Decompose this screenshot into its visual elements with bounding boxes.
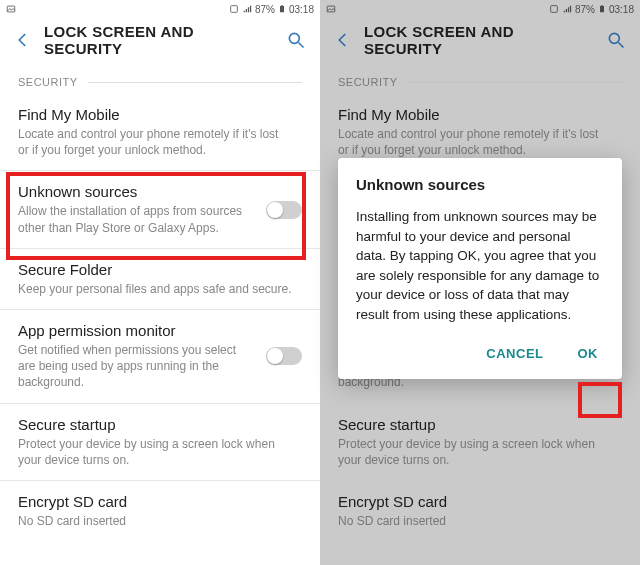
svg-rect-6 <box>551 6 558 13</box>
image-icon <box>6 4 16 14</box>
header-bar: LOCK SCREEN AND SECURITY <box>0 18 320 62</box>
row-unknown-sources[interactable]: Unknown sources Allow the installation o… <box>0 171 320 248</box>
unknown-sources-dialog: Unknown sources Installing from unknown … <box>338 158 622 379</box>
page-title: LOCK SCREEN AND SECURITY <box>364 23 594 57</box>
row-subtitle: Allow the installation of apps from sour… <box>18 203 256 235</box>
ok-button[interactable]: OK <box>572 338 605 369</box>
row-subtitle: Get notified when permissions you select… <box>18 342 256 391</box>
row-subtitle: Protect your device by using a screen lo… <box>18 436 292 468</box>
svg-rect-2 <box>280 6 284 12</box>
search-icon[interactable] <box>286 30 306 50</box>
row-title: Unknown sources <box>18 183 256 200</box>
battery-percent: 87% <box>255 4 275 15</box>
row-encrypt-sd[interactable]: Encrypt SD card No SD card inserted <box>0 481 320 541</box>
row-title: Secure Folder <box>18 261 292 278</box>
dialog-body: Installing from unknown sources may be h… <box>356 207 604 324</box>
nfc-icon <box>229 4 239 14</box>
svg-rect-7 <box>600 6 604 12</box>
signal-icon <box>562 4 572 14</box>
row-subtitle: Protect your device by using a screen lo… <box>338 436 612 468</box>
nfc-icon <box>549 4 559 14</box>
row-secure-startup[interactable]: Secure startup Protect your device by us… <box>0 404 320 481</box>
dialog-actions: CANCEL OK <box>356 338 604 369</box>
settings-list: Find My Mobile Locate and control your p… <box>0 94 320 541</box>
row-secure-startup[interactable]: Secure startup Protect your device by us… <box>320 404 640 481</box>
svg-rect-1 <box>231 6 238 13</box>
svg-point-4 <box>289 33 299 43</box>
svg-rect-3 <box>281 5 283 6</box>
search-icon[interactable] <box>606 30 626 50</box>
row-title: Encrypt SD card <box>338 493 612 510</box>
row-title: Find My Mobile <box>338 106 612 123</box>
back-icon[interactable] <box>334 31 352 49</box>
row-title: Encrypt SD card <box>18 493 292 510</box>
phone-screen-right: 87% 03:18 LOCK SCREEN AND SECURITY SECUR… <box>320 0 640 565</box>
section-label-text: SECURITY <box>338 76 398 88</box>
dialog-title: Unknown sources <box>356 176 604 193</box>
svg-point-9 <box>609 33 619 43</box>
cancel-button[interactable]: CANCEL <box>480 338 549 369</box>
battery-icon <box>598 3 606 15</box>
section-label-text: SECURITY <box>18 76 78 88</box>
row-subtitle: Locate and control your phone remotely i… <box>338 126 612 158</box>
row-find-my-mobile[interactable]: Find My Mobile Locate and control your p… <box>0 94 320 171</box>
row-title: Find My Mobile <box>18 106 292 123</box>
status-bar: 87% 03:18 <box>0 0 320 18</box>
unknown-sources-toggle[interactable] <box>266 201 302 219</box>
row-subtitle: Keep your personal files and apps safe a… <box>18 281 292 297</box>
row-subtitle: No SD card inserted <box>338 513 612 529</box>
svg-rect-8 <box>601 5 603 6</box>
row-subtitle: No SD card inserted <box>18 513 292 529</box>
row-secure-folder[interactable]: Secure Folder Keep your personal files a… <box>0 249 320 310</box>
row-app-permission-monitor[interactable]: App permission monitor Get notified when… <box>0 310 320 404</box>
back-icon[interactable] <box>14 31 32 49</box>
row-title: Secure startup <box>18 416 292 433</box>
row-title: App permission monitor <box>18 322 256 339</box>
permission-monitor-toggle[interactable] <box>266 347 302 365</box>
row-subtitle: Locate and control your phone remotely i… <box>18 126 292 158</box>
status-bar: 87% 03:18 <box>320 0 640 18</box>
clock-time: 03:18 <box>289 4 314 15</box>
signal-icon <box>242 4 252 14</box>
page-title: LOCK SCREEN AND SECURITY <box>44 23 274 57</box>
battery-percent: 87% <box>575 4 595 15</box>
section-header: SECURITY <box>320 62 640 94</box>
phone-screen-left: 87% 03:18 LOCK SCREEN AND SECURITY SECUR… <box>0 0 320 565</box>
header-bar: LOCK SCREEN AND SECURITY <box>320 18 640 62</box>
row-encrypt-sd[interactable]: Encrypt SD card No SD card inserted <box>320 481 640 541</box>
row-title: Secure startup <box>338 416 612 433</box>
clock-time: 03:18 <box>609 4 634 15</box>
section-header: SECURITY <box>0 62 320 94</box>
image-icon <box>326 4 336 14</box>
battery-icon <box>278 3 286 15</box>
